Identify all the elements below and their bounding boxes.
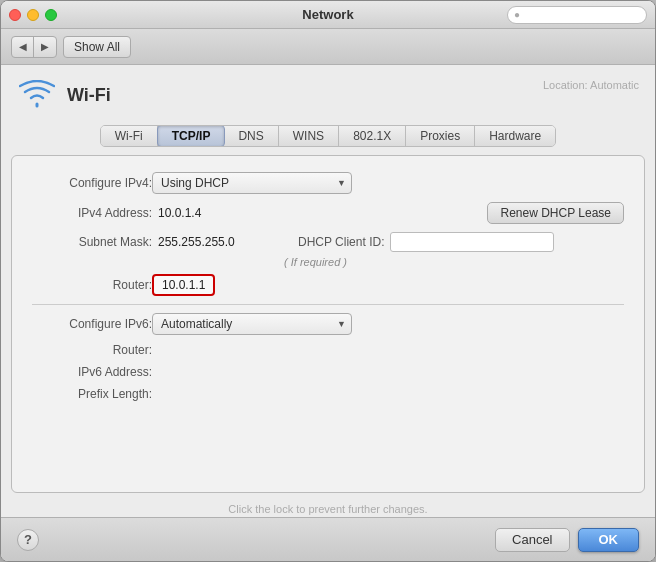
traffic-lights — [9, 9, 57, 21]
ipv6-section: Configure IPv6: Automatically Manually O… — [32, 313, 624, 401]
prefix-length-label: Prefix Length: — [32, 387, 152, 401]
configure-ipv4-row: Configure IPv4: Using DHCP Manually Usin… — [32, 172, 624, 194]
network-window: Network ● ◀ ▶ Show All Wi-Fi — [0, 0, 656, 562]
window-title: Network — [302, 7, 353, 22]
toolbar: ◀ ▶ Show All — [1, 29, 655, 65]
configure-ipv4-label: Configure IPv4: — [32, 176, 152, 190]
tab-8021x[interactable]: 802.1X — [339, 126, 406, 146]
search-box[interactable]: ● — [507, 6, 647, 24]
content-area: Wi-Fi Location: Automatic Wi-Fi TCP/IP D… — [1, 65, 655, 517]
configure-ipv6-select[interactable]: Automatically Manually Off — [152, 313, 352, 335]
wifi-status: Location: Automatic — [543, 79, 639, 91]
subnet-mask-value: 255.255.255.0 — [158, 235, 278, 249]
tab-tcpip[interactable]: TCP/IP — [157, 125, 226, 147]
subnet-row: Subnet Mask: 255.255.255.0 DHCP Client I… — [32, 232, 624, 252]
bottom-bar: ? Cancel OK — [1, 517, 655, 561]
if-required-row: ( If required ) — [284, 256, 624, 268]
wifi-name: Wi-Fi — [67, 85, 111, 106]
tabs: Wi-Fi TCP/IP DNS WINS 802.1X Proxies Har… — [100, 125, 556, 147]
configure-ipv4-select-wrapper: Using DHCP Manually Using BootP Off ▼ — [152, 172, 352, 194]
renew-dhcp-button[interactable]: Renew DHCP Lease — [487, 202, 624, 224]
configure-ipv6-row: Configure IPv6: Automatically Manually O… — [32, 313, 624, 335]
prefix-length-row: Prefix Length: — [32, 387, 624, 401]
ipv6-address-label: IPv6 Address: — [32, 365, 152, 379]
tab-dns[interactable]: DNS — [224, 126, 278, 146]
dhcp-client-id-input[interactable] — [390, 232, 554, 252]
dhcp-client-id-label: DHCP Client ID: — [298, 235, 384, 249]
ok-button[interactable]: OK — [578, 528, 640, 552]
ipv4-address-row: IPv4 Address: 10.0.1.4 Renew DHCP Lease — [32, 202, 624, 224]
tab-proxies[interactable]: Proxies — [406, 126, 475, 146]
section-divider — [32, 304, 624, 305]
if-required-text: ( If required ) — [284, 256, 347, 268]
minimize-button[interactable] — [27, 9, 39, 21]
tcp-ip-panel: Configure IPv4: Using DHCP Manually Usin… — [11, 155, 645, 493]
ipv4-address-label: IPv4 Address: — [32, 206, 152, 220]
subnet-mask-label: Subnet Mask: — [32, 235, 152, 249]
router6-row: Router: — [32, 343, 624, 357]
nav-arrows: ◀ ▶ — [11, 36, 57, 58]
cancel-button[interactable]: Cancel — [495, 528, 569, 552]
search-icon: ● — [514, 9, 520, 20]
titlebar: Network ● — [1, 1, 655, 29]
titlebar-right: ● — [507, 6, 647, 24]
router6-label: Router: — [32, 343, 152, 357]
back-button[interactable]: ◀ — [12, 36, 34, 58]
tab-wins[interactable]: WINS — [279, 126, 339, 146]
ipv4-section: Configure IPv4: Using DHCP Manually Usin… — [32, 172, 624, 296]
close-button[interactable] — [9, 9, 21, 21]
bottom-status: Click the lock to prevent further change… — [1, 501, 655, 515]
router-row: Router: 10.0.1.1 — [32, 274, 624, 296]
forward-button[interactable]: ▶ — [34, 36, 56, 58]
tab-hardware[interactable]: Hardware — [475, 126, 555, 146]
configure-ipv6-label: Configure IPv6: — [32, 317, 152, 331]
ipv6-address-row: IPv6 Address: — [32, 365, 624, 379]
ipv4-address-value: 10.0.1.4 — [158, 206, 201, 220]
wifi-icon — [17, 75, 57, 115]
wifi-header: Wi-Fi Location: Automatic — [1, 65, 655, 121]
router-value: 10.0.1.1 — [162, 278, 205, 292]
router-value-highlight: 10.0.1.1 — [152, 274, 215, 296]
maximize-button[interactable] — [45, 9, 57, 21]
tabs-container: Wi-Fi TCP/IP DNS WINS 802.1X Proxies Har… — [1, 121, 655, 147]
configure-ipv6-select-wrapper: Automatically Manually Off ▼ — [152, 313, 352, 335]
configure-ipv4-select[interactable]: Using DHCP Manually Using BootP Off — [152, 172, 352, 194]
router-label: Router: — [32, 278, 152, 292]
help-button[interactable]: ? — [17, 529, 39, 551]
tab-wifi[interactable]: Wi-Fi — [101, 126, 158, 146]
show-all-button[interactable]: Show All — [63, 36, 131, 58]
